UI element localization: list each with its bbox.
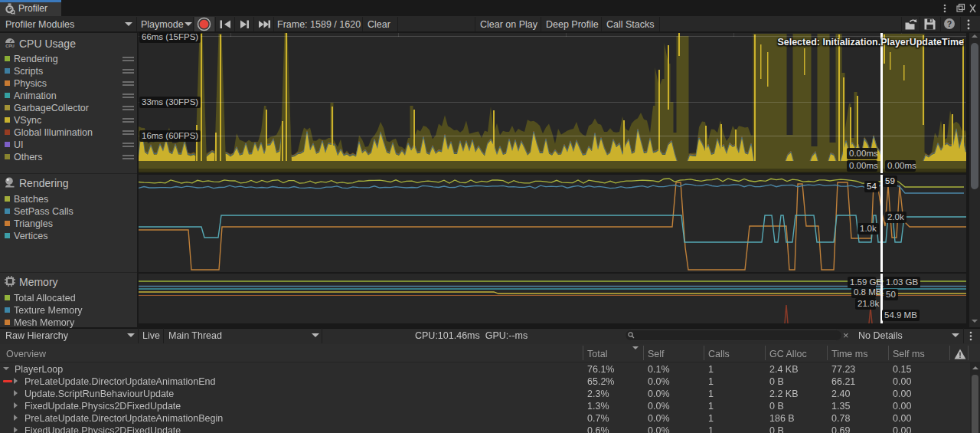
svg-text:?: ? <box>947 19 952 28</box>
svg-text:CPU: CPU <box>5 44 15 48</box>
